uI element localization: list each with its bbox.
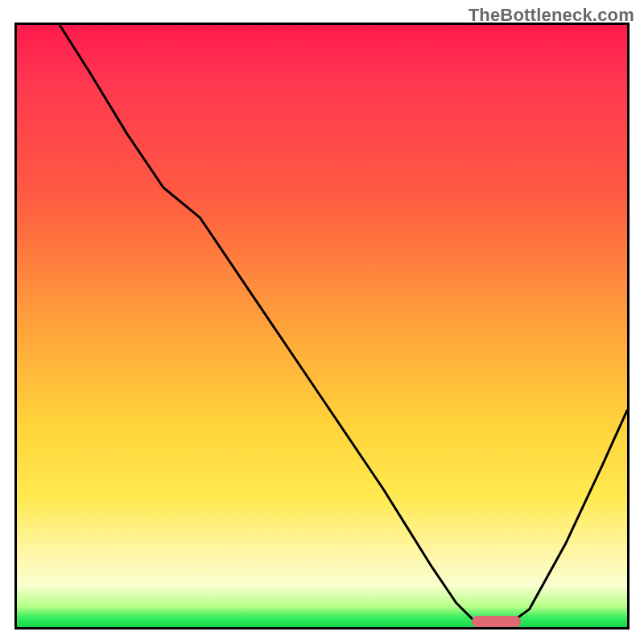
curve-layer [17, 25, 627, 627]
minimum-marker [472, 616, 521, 627]
bottleneck-curve [60, 25, 627, 627]
chart-stage: TheBottleneck.com [0, 0, 644, 644]
plot-area [14, 23, 630, 630]
